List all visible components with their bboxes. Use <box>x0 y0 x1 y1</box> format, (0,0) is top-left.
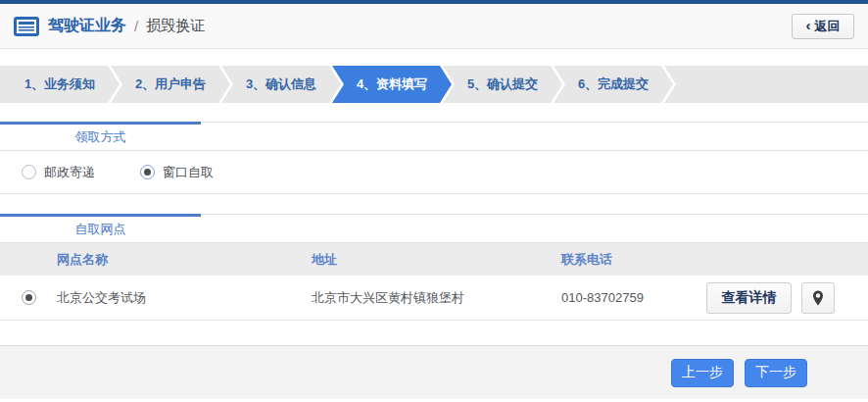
step-bar-filler <box>664 66 868 103</box>
step-6-complete-submit[interactable]: 6、完成提交 <box>554 66 673 103</box>
pickup-method-title: 领取方式 <box>0 122 201 150</box>
map-pin-icon <box>812 290 824 306</box>
page-title: 驾驶证业务 <box>48 16 126 36</box>
page-header: 驾驶证业务 / 损毁换证 ‹ 返回 <box>0 4 868 49</box>
column-header-phone: 联系电话 <box>561 251 699 269</box>
step-5-confirm-submit[interactable]: 5、确认提交 <box>443 66 562 103</box>
row-radio-cell <box>0 290 57 305</box>
column-header-name: 网点名称 <box>57 251 312 269</box>
step-3-confirm-info[interactable]: 3、确认信息 <box>221 66 341 103</box>
radio-unselected-icon[interactable] <box>22 165 36 179</box>
view-details-button[interactable]: 查看详情 <box>706 282 792 314</box>
row-actions: 查看详情 <box>699 282 868 314</box>
pickup-points-section: 自取网点 网点名称 地址 联系电话 北京公交考试场 北京市大兴区黄村镇狼堡村 0… <box>0 214 868 321</box>
step-2-user-declaration[interactable]: 2、用户申告 <box>111 66 230 103</box>
footer-bar: 上一步 下一步 <box>0 345 868 399</box>
step-1-business-notice[interactable]: 1、业务须知 <box>0 66 120 103</box>
back-button-label: 返回 <box>815 18 841 35</box>
radio-option-window-pickup[interactable]: 窗口自取 <box>140 164 214 181</box>
row-point-address: 北京市大兴区黄村镇狼堡村 <box>312 289 561 307</box>
breadcrumb-separator: / <box>134 18 138 34</box>
next-step-button[interactable]: 下一步 <box>745 359 807 387</box>
row-point-phone: 010-83702759 <box>561 290 699 305</box>
step-4-fill-data-active[interactable]: 4、资料填写 <box>332 66 452 103</box>
radio-option-postal-delivery[interactable]: 邮政寄递 <box>22 164 95 181</box>
map-location-button[interactable] <box>801 282 835 314</box>
row-radio-selected-icon[interactable] <box>22 290 36 305</box>
table-header-row: 网点名称 地址 联系电话 <box>0 243 868 276</box>
pickup-points-header-rule <box>201 214 868 242</box>
breadcrumb-current: 损毁换证 <box>146 17 205 35</box>
previous-step-button[interactable]: 上一步 <box>671 359 734 387</box>
license-service-icon <box>14 17 39 36</box>
pickup-method-options: 邮政寄递 窗口自取 <box>0 151 868 194</box>
column-header-address: 地址 <box>312 251 561 269</box>
pickup-method-header: 领取方式 <box>0 122 868 151</box>
pickup-method-section: 领取方式 邮政寄递 窗口自取 <box>0 122 868 194</box>
pickup-points-title: 自取网点 <box>0 214 201 242</box>
step-wizard: 1、业务须知 2、用户申告 3、确认信息 4、资料填写 5、确认提交 6、完成提… <box>0 66 868 103</box>
page: 驾驶证业务 / 损毁换证 ‹ 返回 1、业务须知 2、用户申告 3、确认信息 4… <box>0 0 868 399</box>
radio-label-postal: 邮政寄递 <box>44 164 95 181</box>
radio-label-window: 窗口自取 <box>163 164 214 181</box>
table-row: 北京公交考试场 北京市大兴区黄村镇狼堡村 010-83702759 查看详情 <box>0 276 868 321</box>
pickup-points-header: 自取网点 <box>0 214 868 243</box>
back-button[interactable]: ‹ 返回 <box>792 14 854 39</box>
row-point-name: 北京公交考试场 <box>57 289 312 307</box>
back-chevron-icon: ‹ <box>806 18 811 32</box>
pickup-method-header-rule <box>201 122 868 150</box>
radio-selected-icon[interactable] <box>140 165 155 179</box>
